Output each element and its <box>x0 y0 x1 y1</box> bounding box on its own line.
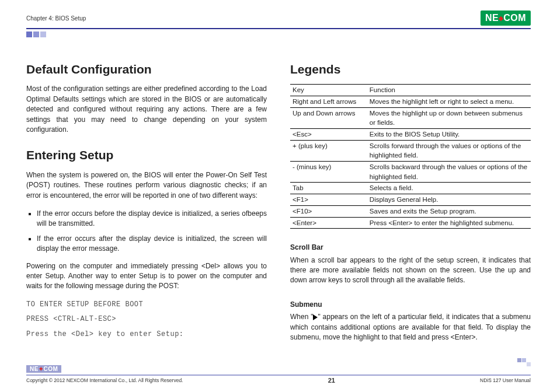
page-header: Chapter 4: BIOS Setup NECOM <box>26 10 531 26</box>
table-row: + (plus key)Scrolls forward through the … <box>290 140 531 161</box>
table-row: Up and Down arrowsMoves the highlight up… <box>290 107 531 128</box>
table-row: <F10>Saves and exits the Setup program. <box>290 205 531 217</box>
heading-default-config: Default Configuration <box>26 61 267 78</box>
nexcom-logo: NECOM <box>481 10 531 26</box>
subhead-scrollbar: Scroll Bar <box>290 243 531 253</box>
content-columns: Default Configuration Most of the config… <box>26 61 531 351</box>
para-scrollbar: When a scroll bar appears to the right o… <box>290 256 531 286</box>
footer-squares-icon <box>517 358 531 362</box>
footer-logo: NE✦COM <box>26 365 61 373</box>
list-item: If the error occurs after the display de… <box>37 234 267 254</box>
table-row: Right and Left arrowsMoves the highlight… <box>290 96 531 108</box>
table-row: <Esc>Exits to the BIOS Setup Utility. <box>290 129 531 141</box>
left-column: Default Configuration Most of the config… <box>26 61 267 351</box>
mono-line: Press the <Del> key to enter Setup: <box>26 330 267 340</box>
list-item: If the error occurs before the display d… <box>37 209 267 229</box>
footer-rule <box>26 374 531 376</box>
logo-dot-icon <box>499 16 503 21</box>
page-number: 21 <box>328 377 335 384</box>
table-row: <Enter>Press <Enter> to enter the highli… <box>290 217 531 229</box>
para-default-config: Most of the configuration settings are e… <box>26 84 267 135</box>
mono-line: PRESS <CTRL-ALT-ESC> <box>26 314 267 324</box>
para-del-key: Powering on the computer and immediately… <box>26 261 267 292</box>
page-footer: NE✦COM Copyright © 2012 NEXCOM Internati… <box>26 364 531 384</box>
chapter-title: Chapter 4: BIOS Setup <box>26 15 86 22</box>
manual-name: NDiS 127 User Manual <box>480 377 531 383</box>
mono-line: TO ENTER SETUP BEFORE BOOT <box>26 300 267 310</box>
header-squares-icon <box>26 32 531 37</box>
legends-table: KeyFunction Right and Left arrowsMoves t… <box>290 84 531 229</box>
header-rule <box>26 28 531 29</box>
th-key: Key <box>290 85 367 96</box>
right-column: Legends KeyFunction Right and Left arrow… <box>290 61 531 351</box>
heading-legends: Legends <box>290 61 531 78</box>
para-submenu: When "" appears on the left of a particu… <box>290 312 531 342</box>
table-row: TabSelects a field. <box>290 183 531 194</box>
para-entering-setup: When the system is powered on, the BIOS … <box>26 170 267 201</box>
table-row: - (minus key)Scrolls backward through th… <box>290 162 531 183</box>
heading-entering-setup: Entering Setup <box>26 146 267 164</box>
th-fn: Function <box>367 85 531 96</box>
table-row: KeyFunction <box>290 85 531 96</box>
table-row: <F1>Displays General Help. <box>290 194 531 206</box>
subhead-submenu: Submenu <box>290 300 531 310</box>
copyright-text: Copyright © 2012 NEXCOM International Co… <box>26 377 183 383</box>
error-list: If the error occurs before the display d… <box>37 209 267 254</box>
